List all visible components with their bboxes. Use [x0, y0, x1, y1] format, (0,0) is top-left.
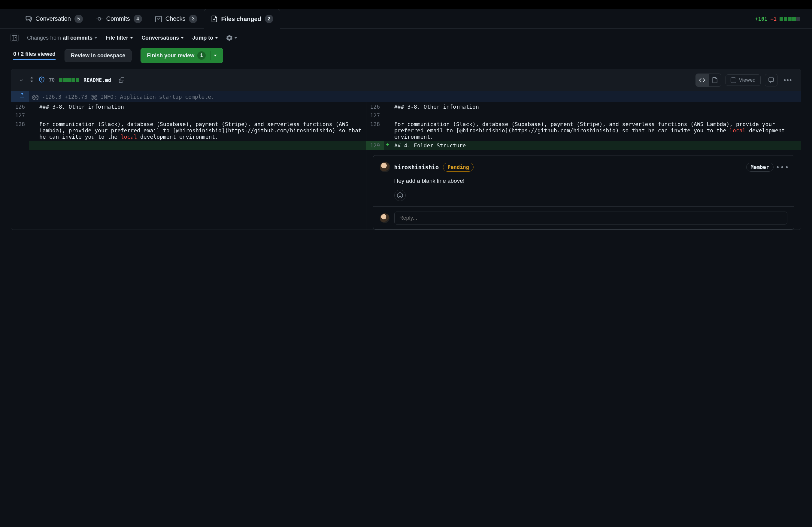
file-kebab-menu[interactable]: •••	[782, 74, 794, 87]
finish-review-button[interactable]: Finish your review 1	[141, 48, 223, 63]
avatar[interactable]	[380, 162, 390, 172]
review-in-codespace-button[interactable]: Review in codespace	[64, 49, 132, 62]
chevron-down-icon	[19, 78, 24, 82]
line-number-left[interactable]: 127	[11, 111, 29, 120]
tab-files-changed-count: 2	[265, 15, 273, 23]
gear-icon	[227, 35, 232, 41]
expand-hunk-button[interactable]	[11, 91, 29, 102]
expand-all-icon[interactable]	[29, 77, 34, 84]
viewed-label: Viewed	[739, 77, 756, 83]
divider	[211, 51, 211, 60]
kebab-icon: •••	[775, 164, 789, 171]
pending-badge: Pending	[443, 163, 474, 172]
comment-thread-row: hiroshinishio Pending Member ••• Hey add…	[11, 150, 801, 230]
tab-files-changed-label: Files changed	[221, 16, 261, 22]
tab-checks-label: Checks	[165, 15, 186, 22]
tab-commits[interactable]: Commits 4	[89, 9, 149, 29]
code-cell-right[interactable]: ## 4. Folder Structure	[391, 141, 801, 150]
add-reaction-button[interactable]	[394, 190, 406, 201]
reply-input[interactable]	[394, 212, 787, 225]
changes-from-dropdown[interactable]: Changes from all commits	[27, 35, 97, 41]
checks-icon	[155, 16, 162, 22]
copy-path-button[interactable]	[115, 74, 128, 87]
chevron-down-icon	[234, 37, 237, 39]
tab-files-changed[interactable]: Files changed 2	[204, 9, 280, 29]
comment-author[interactable]: hiroshinishio	[394, 164, 439, 170]
addition-marker: +	[384, 141, 391, 150]
file-filter-dropdown[interactable]: File filter	[106, 35, 133, 41]
diff-row: 126 ### 3-8. Other information 126 ### 3…	[11, 102, 801, 111]
diff-settings-dropdown[interactable]	[227, 35, 237, 41]
file-name[interactable]: README.md	[84, 77, 111, 83]
finish-review-count: 1	[197, 51, 206, 60]
collapse-file-toggle[interactable]	[18, 77, 25, 84]
file-filter-label: File filter	[106, 35, 128, 41]
code-cell-right[interactable]	[391, 111, 801, 120]
code-cell-left[interactable]: For communication (Slack), database (Sup…	[37, 120, 366, 141]
review-toolbar: 0 / 2 files viewed Review in codespace F…	[0, 42, 812, 69]
hunk-header-row: @@ -126,3 +126,73 @@ INFO: Application s…	[11, 91, 801, 102]
tab-conversation-label: Conversation	[35, 15, 71, 22]
line-number-right[interactable]: 126	[366, 102, 384, 111]
diff-toolbar: Changes from all commits File filter Con…	[0, 29, 812, 42]
conversations-label: Conversations	[142, 35, 179, 41]
file-comment-button[interactable]	[765, 74, 778, 87]
window-top-gap	[0, 0, 812, 9]
tab-checks[interactable]: Checks 3	[149, 9, 204, 29]
code-cell-left[interactable]: ### 3-8. Other information	[37, 102, 366, 111]
deletions-count: −1	[771, 16, 777, 22]
checkbox-icon	[730, 77, 736, 83]
diffstat-bar	[780, 17, 800, 21]
kebab-icon: •••	[783, 76, 792, 84]
file-icon	[712, 77, 718, 83]
keyword: local	[729, 127, 745, 134]
line-number-left[interactable]: 126	[11, 102, 29, 111]
chevron-down-icon	[94, 37, 97, 39]
copy-icon	[119, 77, 124, 83]
chevron-down-icon	[214, 55, 217, 57]
diff-row-addition: 129 + ## 4. Folder Structure	[11, 141, 801, 150]
commits-icon	[96, 16, 103, 22]
unfold-icon	[19, 92, 25, 98]
viewed-checkbox[interactable]: Viewed	[726, 74, 760, 86]
avatar[interactable]	[380, 213, 390, 223]
additions-count: +101	[755, 16, 768, 22]
reply-row	[373, 207, 794, 229]
jump-to-dropdown[interactable]: Jump to	[192, 35, 218, 41]
pr-diff-stats: +101 −1	[755, 16, 800, 22]
source-view-button[interactable]	[696, 74, 708, 87]
owner-shield-icon[interactable]	[39, 77, 45, 84]
tab-commits-label: Commits	[106, 15, 130, 22]
jump-to-label: Jump to	[192, 35, 213, 41]
file-header: 70 README.md Viewed •••	[11, 69, 801, 91]
comment-icon	[768, 77, 774, 83]
comment-header: hiroshinishio Pending Member •••	[373, 155, 794, 174]
code-cell-right[interactable]: For communication (Slack), database (Sup…	[391, 120, 801, 141]
tab-commits-count: 4	[134, 15, 142, 23]
tab-conversation[interactable]: Conversation 5	[19, 9, 89, 29]
chevron-down-icon	[215, 37, 218, 39]
file-diffstat-bar	[59, 78, 79, 82]
tab-checks-count: 3	[189, 15, 197, 23]
files-changed-icon	[211, 16, 217, 22]
chevron-down-icon	[181, 37, 184, 39]
diff-view-segmented	[695, 74, 721, 87]
pr-tabs: Conversation 5 Commits 4 Checks 3 Files …	[0, 9, 812, 29]
review-comment-thread: hiroshinishio Pending Member ••• Hey add…	[373, 155, 794, 230]
conversations-dropdown[interactable]: Conversations	[142, 35, 184, 41]
code-cell-left[interactable]	[37, 111, 366, 120]
keyword: local	[121, 134, 137, 140]
line-number-right[interactable]: 129	[366, 141, 384, 150]
finish-review-label: Finish your review	[147, 52, 194, 59]
diff-row: 128 For communication (Slack), database …	[11, 120, 801, 141]
file-tree-toggle[interactable]	[10, 34, 19, 42]
comment-kebab-menu[interactable]: •••	[778, 161, 787, 174]
line-number-right[interactable]: 127	[366, 111, 384, 120]
comment-body: Hey add a blank line above!	[373, 174, 794, 190]
line-number-left[interactable]: 128	[11, 120, 29, 141]
line-number-right[interactable]: 128	[366, 120, 384, 141]
files-viewed-progress[interactable]: 0 / 2 files viewed	[13, 51, 56, 60]
code-cell-right[interactable]: ### 3-8. Other information	[391, 102, 801, 111]
diff-table: @@ -126,3 +126,73 @@ INFO: Application s…	[11, 91, 801, 230]
rendered-view-button[interactable]	[708, 74, 721, 87]
